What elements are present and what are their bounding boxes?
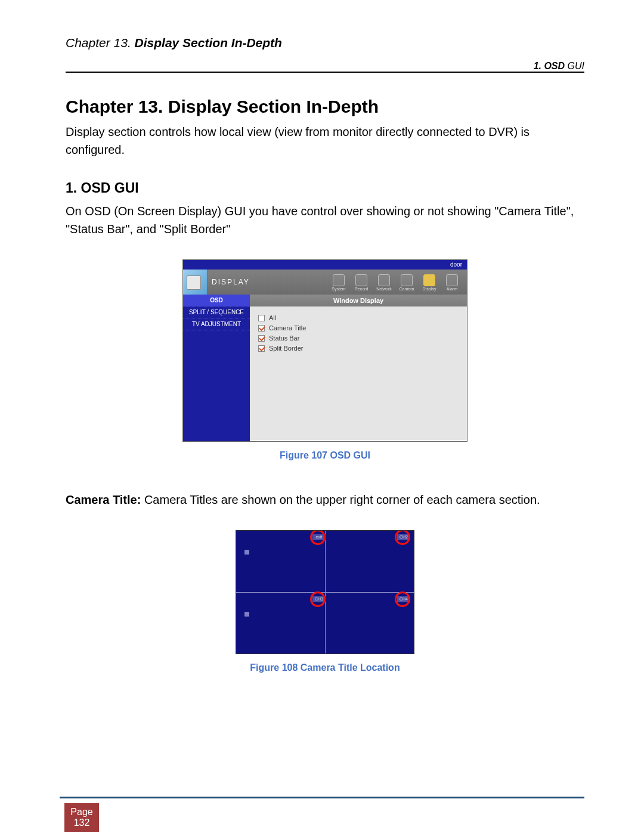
nav-item-display[interactable]: Display [419, 273, 439, 291]
intro-paragraph: Display section controls how local view … [66, 123, 584, 159]
osd-top-label: door [183, 260, 467, 270]
display-icon [423, 274, 435, 286]
osd-main-header: Window Display [250, 295, 467, 306]
footer-rule [60, 797, 584, 798]
record-icon [355, 274, 367, 286]
split-border-horizontal [236, 592, 414, 593]
figure-108-camera-title-location: exit CH2 CH3 CH4 [236, 530, 414, 654]
network-icon [378, 274, 390, 286]
checkbox-status-bar[interactable] [258, 335, 265, 342]
checkbox-all[interactable] [258, 315, 265, 321]
display-logo-icon [183, 270, 208, 295]
nav-item-network[interactable]: Network [374, 273, 394, 291]
system-icon [333, 274, 345, 286]
camera-icon [401, 274, 413, 286]
checkbox-row-camera-title[interactable]: Camera Title [258, 324, 459, 332]
highlight-circle-2 [395, 530, 410, 545]
checkbox-camera-title[interactable] [258, 325, 265, 332]
figure-107-caption: Figure 107 OSD GUI [66, 450, 584, 461]
osd-main-panel: Window Display All Camera Title Status B… [250, 295, 467, 441]
osd-paragraph: On OSD (On Screen Display) GUI you have … [66, 202, 584, 238]
figure-108-caption: Figure 108 Camera Title Location [66, 662, 584, 673]
sidebar-item-split-sequence[interactable]: SPLIT / SEQUENCE [183, 306, 250, 318]
highlight-circle-3 [310, 592, 326, 607]
camera-title-paragraph: Camera Title: Camera Titles are shown on… [66, 491, 584, 509]
header-rule [66, 72, 584, 73]
checkbox-row-split-border[interactable]: Split Border [258, 345, 459, 352]
nav-item-alarm[interactable]: Alarm [442, 273, 462, 291]
nav-item-system[interactable]: System [329, 273, 349, 291]
header-chapter-title: Display Section In-Depth [135, 36, 282, 49]
page-number-badge: Page 132 [64, 803, 99, 832]
checkbox-row-status-bar[interactable]: Status Bar [258, 335, 459, 342]
osd-panel-title: DISPLAY [212, 278, 250, 286]
checkbox-split-border[interactable] [258, 345, 265, 352]
osd-top-nav: System Record Network Camera Display Ala… [329, 273, 462, 291]
figure-107-osd-gui: door DISPLAY System Record Network Camer… [182, 259, 467, 442]
page-header: Chapter 13. Display Section In-Depth [66, 36, 584, 50]
osd-title-bar: DISPLAY System Record Network Camera Dis… [183, 270, 467, 295]
header-section: 1. OSD GUI [66, 61, 584, 72]
highlight-circle-1 [310, 530, 326, 545]
heading-chapter: Chapter 13. Display Section In-Depth [66, 97, 584, 117]
checkbox-row-all[interactable]: All [258, 314, 459, 321]
cu-icon-1 [244, 550, 249, 555]
heading-osd-gui: 1. OSD GUI [66, 180, 584, 196]
sidebar-item-osd[interactable]: OSD [183, 295, 250, 306]
highlight-circle-4 [395, 592, 410, 607]
nav-item-camera[interactable]: Camera [397, 273, 417, 291]
cu-icon-2 [244, 612, 249, 617]
header-chapter-prefix: Chapter 13. [66, 36, 135, 49]
nav-item-record[interactable]: Record [351, 273, 371, 291]
sidebar-item-tv-adjustment[interactable]: TV ADJUSTMENT [183, 318, 250, 330]
alarm-icon [446, 274, 458, 286]
osd-sidebar: OSD SPLIT / SEQUENCE TV ADJUSTMENT [183, 295, 250, 441]
